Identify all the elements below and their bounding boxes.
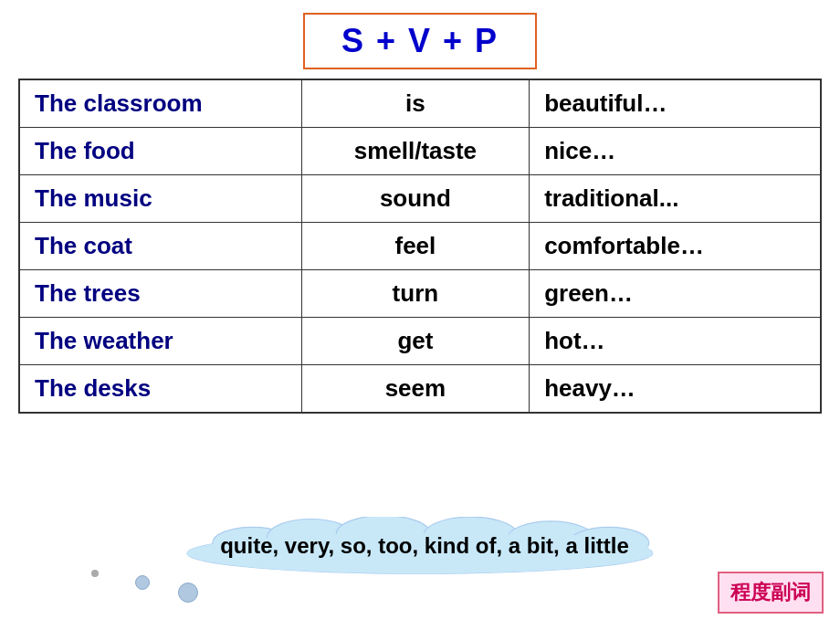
subject-cell: The trees xyxy=(19,270,301,318)
verb-cell: smell/taste xyxy=(301,128,530,175)
dot-medium xyxy=(135,575,150,590)
predicate-cell: beautiful… xyxy=(530,79,821,128)
table-row: The treesturngreen… xyxy=(19,270,821,318)
predicate-cell: green… xyxy=(530,270,821,318)
subject-cell: The food xyxy=(19,128,301,175)
table-row: The classroomisbeautiful… xyxy=(19,79,821,128)
cloud-bubble: quite, very, so, too, kind of, a bit, a … xyxy=(165,517,675,575)
dot-large xyxy=(178,583,198,603)
verb-cell: feel xyxy=(301,223,530,270)
subject-cell: The desks xyxy=(19,365,301,414)
verb-cell: get xyxy=(301,318,530,365)
svp-label: S + V + P xyxy=(341,22,499,59)
cloud-section: quite, very, so, too, kind of, a bit, a … xyxy=(0,517,840,575)
subject-cell: The classroom xyxy=(19,79,301,128)
dot-small xyxy=(91,570,99,577)
subject-cell: The weather xyxy=(19,318,301,365)
cloud-text: quite, very, so, too, kind of, a bit, a … xyxy=(165,517,675,575)
table-row: The foodsmell/tastenice… xyxy=(19,128,821,175)
predicate-cell: traditional... xyxy=(530,175,821,223)
verb-cell: is xyxy=(301,79,530,128)
table-row: The weathergethot… xyxy=(19,318,821,365)
grammar-table: The classroomisbeautiful…The foodsmell/t… xyxy=(18,79,822,414)
table-row: The musicsoundtraditional... xyxy=(19,175,821,223)
table-row: The desksseemheavy… xyxy=(19,365,821,414)
svp-box: S + V + P xyxy=(303,13,537,69)
verb-cell: turn xyxy=(301,270,530,318)
predicate-cell: nice… xyxy=(530,128,821,175)
degree-adverb-badge: 程度副词 xyxy=(718,572,824,614)
table-row: The coatfeelcomfortable… xyxy=(19,223,821,270)
predicate-cell: hot… xyxy=(530,318,821,365)
verb-cell: seem xyxy=(301,365,530,414)
verb-cell: sound xyxy=(301,175,530,223)
svp-header: S + V + P xyxy=(0,13,840,69)
predicate-cell: heavy… xyxy=(530,365,821,414)
predicate-cell: comfortable… xyxy=(530,223,821,270)
subject-cell: The music xyxy=(19,175,301,223)
subject-cell: The coat xyxy=(19,223,301,270)
